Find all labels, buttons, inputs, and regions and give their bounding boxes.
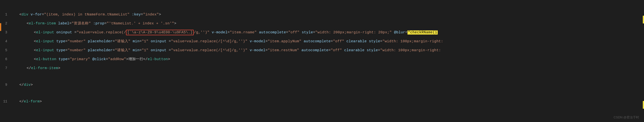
line-content-2: <el-form-item label="资源名称" :prop="'tName… — [12, 20, 644, 27]
line-number-11: 11 — [0, 98, 12, 105]
code-lines: 1 <div v-for="(item, index) in tNameForm… — [0, 0, 644, 109]
watermark: CSDN @君汝于时 — [614, 115, 639, 120]
line-number-5: 5 — [0, 46, 12, 54]
code-editor: 1 <div v-for="(item, index) in tNameForm… — [0, 0, 644, 122]
line-8 — [0, 73, 644, 80]
line-content-7: </el-form-item> — [12, 65, 644, 72]
line-content-5: <el-input type="number" placeholder="请输入… — [12, 47, 644, 54]
line-content-11: </el-form> — [12, 98, 644, 106]
line-content-4: <el-input type="number" placeholder="请输入… — [12, 38, 644, 45]
line-6: 6 <el-button type="primary" @click="addR… — [0, 55, 644, 64]
line-3: 3 <el-input oninput ="value=value.replac… — [0, 28, 644, 37]
line-number-2: 2 — [0, 19, 12, 27]
line-empty-top — [0, 2, 644, 10]
line-11: 11 </el-form> — [0, 97, 644, 106]
line-number-1: 1 — [0, 11, 12, 18]
line-content-3: <el-input oninput ="value=value.replace(… — [12, 29, 644, 36]
line-9: 9 </div> — [0, 80, 644, 89]
line-1: 1 <div v-for="(item, index) in tNameForm… — [0, 10, 644, 19]
regex-highlight-box: [`\a-z\A-Z0-9\u4E00-\u9FA5\.] — [126, 30, 194, 35]
line-4: 4 <el-input type="number" placeholder="请… — [0, 37, 644, 46]
line-content-6: <el-button type="primary" @click="addRow… — [12, 56, 644, 63]
check-rname-highlight: "checkRName(i — [408, 30, 438, 34]
line-content-9: </div> — [12, 81, 644, 89]
line-10 — [0, 89, 644, 97]
line-number-3: 3 — [0, 28, 12, 36]
line-number-4: 4 — [0, 37, 12, 45]
line-7: 7 </el-form-item> — [0, 64, 644, 73]
line-number-6: 6 — [0, 55, 12, 63]
line-number-9: 9 — [0, 81, 12, 89]
line-number-7: 7 — [0, 64, 12, 72]
line-content-1: <div v-for="(item, index) in tNameForm.t… — [12, 11, 644, 19]
line-5: 5 <el-input type="number" placeholder="请… — [0, 46, 644, 55]
line-2: 2 <el-form-item label="资源名称" :prop="'tNa… — [0, 19, 644, 28]
